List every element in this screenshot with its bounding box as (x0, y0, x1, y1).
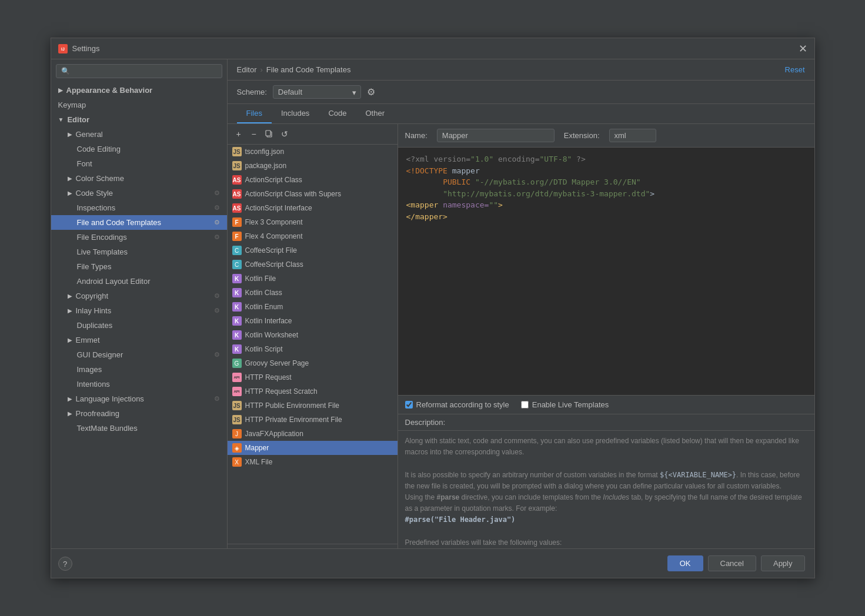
scheme-gear-icon[interactable]: ⚙ (367, 86, 375, 98)
reformat-checkbox[interactable] (405, 401, 413, 409)
search-icon: 🔍 (61, 67, 70, 75)
live-templates-checkbox[interactable] (521, 401, 529, 409)
sidebar-item-intentions[interactable]: Intentions (51, 377, 227, 391)
sidebar-item-images[interactable]: Images (51, 362, 227, 377)
list-item[interactable]: AS ActionScript Interface (228, 201, 398, 215)
sidebar-item-file-and-code-templates[interactable]: File and Code Templates ⚙ (51, 215, 227, 230)
tab-files[interactable]: Files (237, 104, 272, 123)
sidebar-item-inlay-hints[interactable]: ▶ Inlay Hints ⚙ (51, 303, 227, 318)
sidebar-item-file-encodings[interactable]: File Encodings ⚙ (51, 230, 227, 245)
sidebar-item-android-layout[interactable]: Android Layout Editor (51, 274, 227, 289)
list-item[interactable]: C CoffeeScript Class (228, 257, 398, 272)
sidebar-item-inspections[interactable]: Inspections ⚙ (51, 200, 227, 215)
sidebar-item-file-types[interactable]: File Types (51, 259, 227, 274)
sidebar-item-font[interactable]: Font (51, 156, 227, 171)
close-button[interactable]: ✕ (799, 42, 807, 55)
reformat-label[interactable]: Reformat according to style (416, 400, 509, 409)
list-item[interactable]: F Flex 3 Component (228, 215, 398, 229)
item-icon: K (232, 330, 242, 340)
search-input[interactable] (74, 67, 217, 75)
item-label: ActionScript Class (245, 176, 302, 184)
sidebar-item-color-scheme[interactable]: ▶ Color Scheme (51, 171, 227, 186)
item-icon: JS (232, 401, 242, 410)
list-item[interactable]: API HTTP Request (228, 370, 398, 384)
code-editor[interactable]: <?xml version="1.0" encoding="UTF-8" ?> … (398, 148, 814, 395)
tab-includes[interactable]: Includes (272, 104, 319, 123)
sidebar-item-emmet[interactable]: ▶ Emmet (51, 333, 227, 347)
item-label: XML File (245, 458, 273, 466)
list-item-mapper[interactable]: ◈ Mapper (228, 441, 398, 455)
list-item[interactable]: API HTTP Request Scratch (228, 384, 398, 399)
sidebar-item-copyright[interactable]: ▶ Copyright ⚙ (51, 289, 227, 303)
list-item[interactable]: K Kotlin Interface (228, 314, 398, 328)
sidebar-item-appearance[interactable]: ▶ Appearance & Behavior (51, 83, 227, 98)
sidebar-item-label: Appearance & Behavior (66, 86, 153, 95)
sidebar-item-proofreading[interactable]: ▶ Proofreading (51, 406, 227, 421)
list-item[interactable]: K Kotlin Worksheet (228, 328, 398, 342)
item-icon: API (232, 373, 242, 382)
item-label: ActionScript Interface (245, 204, 312, 212)
name-input[interactable] (437, 129, 555, 142)
sidebar-item-code-style[interactable]: ▶ Code Style ⚙ (51, 186, 227, 200)
sidebar-item-gui-designer[interactable]: GUI Designer ⚙ (51, 347, 227, 362)
list-toolbar: + − ↺ (228, 124, 398, 145)
cancel-button[interactable]: Cancel (708, 555, 756, 571)
list-item[interactable]: JS HTTP Public Environment File (228, 399, 398, 413)
tab-code[interactable]: Code (319, 104, 356, 123)
list-item[interactable]: X XML File (228, 455, 398, 469)
live-templates-label[interactable]: Enable Live Templates (532, 400, 609, 409)
list-item[interactable]: JS HTTP Private Environment File (228, 413, 398, 427)
item-icon: K (232, 316, 242, 326)
copy-template-button[interactable] (263, 128, 276, 140)
panel-body: + − ↺ JS tsconfig.json (228, 124, 814, 548)
ok-button[interactable]: OK (667, 555, 703, 571)
sidebar-item-language-injections[interactable]: ▶ Language Injections ⚙ (51, 391, 227, 406)
list-item[interactable]: K Kotlin Class (228, 286, 398, 300)
sidebar-item-label: Code Editing (77, 145, 121, 153)
breadcrumb-current: File and Code Templates (266, 65, 351, 74)
list-item[interactable]: K Kotlin Enum (228, 300, 398, 314)
sidebar-item-duplicates[interactable]: Duplicates (51, 318, 227, 333)
breadcrumb-separator: › (260, 65, 262, 74)
scheme-bar: Scheme: Default Project ⚙ (228, 81, 814, 104)
sidebar-item-label: Language Injections (76, 394, 144, 403)
list-item[interactable]: AS ActionScript Class (228, 173, 398, 187)
item-label: Kotlin Interface (245, 317, 292, 325)
search-box[interactable]: 🔍 (56, 64, 222, 78)
help-button[interactable]: ? (58, 557, 72, 571)
tab-other[interactable]: Other (356, 104, 394, 123)
reset-template-button[interactable]: ↺ (278, 128, 291, 140)
sidebar-item-general[interactable]: ▶ General (51, 127, 227, 142)
sidebar-item-label: Emmet (76, 336, 100, 344)
item-icon: JS (232, 147, 242, 156)
item-icon: AS (232, 203, 242, 213)
extension-input[interactable] (609, 129, 656, 142)
list-item[interactable]: JS tsconfig.json (228, 145, 398, 159)
sidebar-item-textmate[interactable]: TextMate Bundles (51, 421, 227, 436)
settings-icon: ⚙ (214, 351, 220, 359)
remove-template-button[interactable]: − (248, 128, 260, 140)
reset-button[interactable]: Reset (785, 65, 805, 74)
list-item[interactable]: K Kotlin File (228, 272, 398, 286)
list-item[interactable]: AS ActionScript Class with Supers (228, 187, 398, 201)
sidebar-item-keymap[interactable]: Keymap (51, 98, 227, 112)
list-item[interactable]: G Groovy Server Page (228, 356, 398, 370)
item-label: Groovy Server Page (245, 359, 309, 367)
apply-button[interactable]: Apply (761, 555, 805, 571)
sidebar-item-live-templates[interactable]: Live Templates (51, 245, 227, 259)
list-item[interactable]: K Kotlin Script (228, 342, 398, 356)
list-item[interactable]: F Flex 4 Component (228, 229, 398, 243)
item-label: Flex 3 Component (245, 218, 303, 226)
svg-rect-3 (266, 130, 270, 136)
list-item[interactable]: C CoffeeScript File (228, 243, 398, 257)
bottom-bar: ? OK Cancel Apply (51, 548, 814, 578)
scheme-select[interactable]: Default Project (273, 85, 361, 99)
scheme-select-wrapper[interactable]: Default Project (273, 85, 361, 99)
template-list-panel: + − ↺ JS tsconfig.json (228, 124, 398, 548)
sidebar-item-editor[interactable]: ▼ Editor (51, 112, 227, 127)
sidebar-item-code-editing[interactable]: Code Editing (51, 142, 227, 156)
list-item[interactable]: J JavaFXApplication (228, 427, 398, 441)
list-item[interactable]: JS package.json (228, 159, 398, 173)
main-content: 🔍 ▶ Appearance & Behavior Keymap ▼ Edito… (51, 59, 814, 548)
add-template-button[interactable]: + (232, 128, 245, 140)
